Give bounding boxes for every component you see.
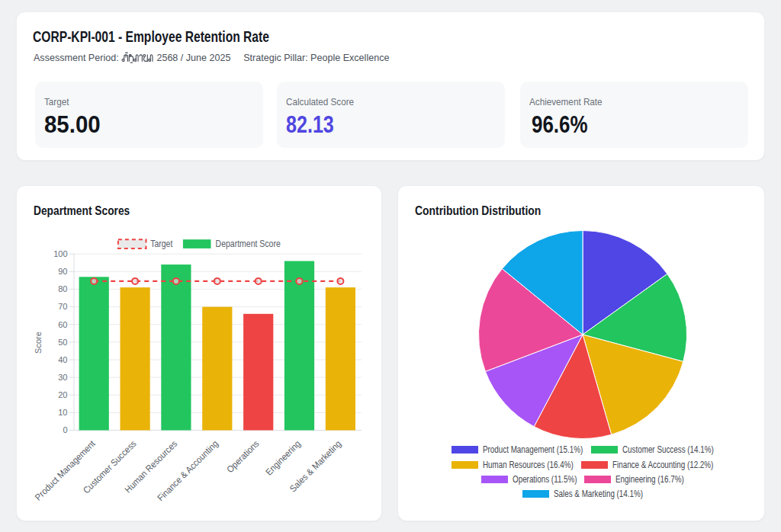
svg-text:90: 90 bbox=[58, 267, 67, 276]
svg-text:40: 40 bbox=[58, 355, 67, 364]
svg-text:0: 0 bbox=[63, 425, 67, 434]
svg-text:60: 60 bbox=[58, 320, 67, 329]
svg-text:Department Score: Department Score bbox=[216, 239, 281, 248]
svg-text:Target: Target bbox=[150, 239, 173, 248]
svg-text:20: 20 bbox=[58, 390, 67, 399]
svg-text:Score: Score bbox=[34, 332, 43, 354]
svg-text:80: 80 bbox=[58, 284, 67, 293]
svg-text:10: 10 bbox=[58, 408, 67, 417]
svg-text:100: 100 bbox=[53, 249, 67, 258]
svg-text:50: 50 bbox=[58, 338, 67, 347]
svg-text:70: 70 bbox=[58, 302, 67, 311]
svg-text:30: 30 bbox=[58, 373, 67, 382]
